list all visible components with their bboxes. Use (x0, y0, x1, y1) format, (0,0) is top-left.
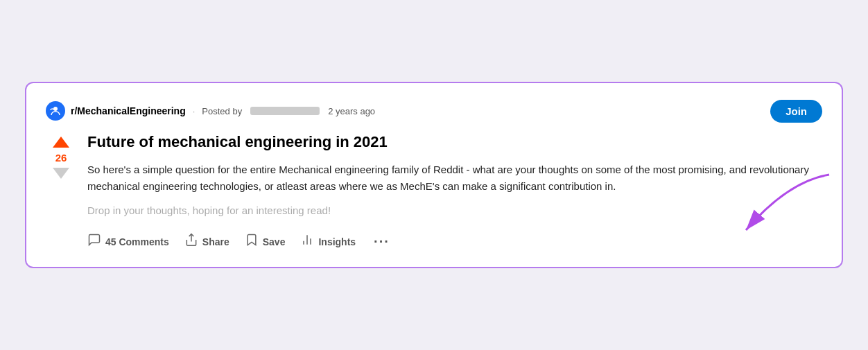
post-body: Future of mechanical engineering in 2021… (87, 132, 822, 254)
post-text: So here's a simple question for the enti… (87, 161, 822, 195)
separator: · (193, 106, 196, 116)
share-button[interactable]: Share (184, 230, 229, 253)
share-label: Share (202, 236, 229, 247)
username-blurred (250, 107, 320, 115)
action-bar: 45 Comments Share (87, 230, 822, 253)
time-ago: 2 years ago (328, 106, 375, 116)
save-button[interactable]: Save (245, 230, 286, 253)
post-caption: Drop in your thoughts, hoping for an int… (87, 204, 822, 216)
main-content: 26 Future of mechanical engineering in 2… (46, 132, 822, 254)
join-button[interactable]: Join (770, 100, 822, 123)
downvote-arrow-icon (53, 168, 69, 179)
post-card: r/MechanicalEngineering · Posted by 2 ye… (25, 82, 843, 269)
post-meta: r/MechanicalEngineering · Posted by 2 ye… (46, 101, 375, 121)
insights-icon (300, 233, 314, 250)
vote-column: 26 (46, 132, 76, 254)
post-header: r/MechanicalEngineering · Posted by 2 ye… (46, 100, 822, 123)
save-icon (245, 233, 259, 250)
upvote-arrow-icon (53, 137, 69, 148)
comments-button[interactable]: 45 Comments (87, 230, 169, 253)
subreddit-name[interactable]: r/MechanicalEngineering (71, 105, 186, 116)
downvote-button[interactable] (51, 166, 71, 180)
save-label: Save (263, 236, 286, 247)
vote-count: 26 (55, 152, 67, 164)
subreddit-icon (46, 101, 65, 121)
comments-label: 45 Comments (105, 236, 169, 247)
comments-icon (87, 233, 101, 250)
svg-point-0 (53, 107, 58, 111)
more-button[interactable]: ··· (371, 234, 392, 250)
share-icon (184, 233, 198, 250)
upvote-button[interactable] (51, 135, 71, 149)
insights-button[interactable]: Insights (300, 230, 356, 253)
post-title: Future of mechanical engineering in 2021 (87, 132, 822, 152)
insights-label: Insights (318, 236, 356, 247)
posted-by-label: Posted by (202, 106, 242, 116)
